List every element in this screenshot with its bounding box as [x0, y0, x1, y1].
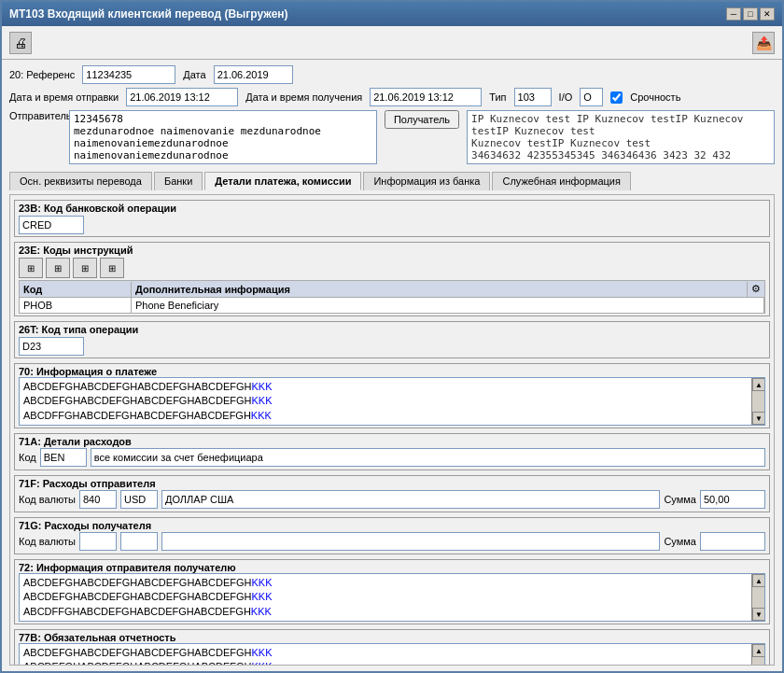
instr-icon-2[interactable]: ⊞ [46, 258, 70, 278]
71a-description: все комиссии за счет бенефициара [91, 448, 765, 467]
type-label: Тип [489, 91, 506, 103]
71g-currency-full [161, 532, 660, 551]
receiver-button[interactable]: Получатель [385, 110, 459, 129]
tab-banks[interactable]: Банки [154, 172, 203, 190]
71f-amount[interactable]: 50,00 [700, 490, 765, 509]
tabs-bar: Осн. реквизиты перевода Банки Детали пла… [9, 172, 775, 190]
section-71f: 71F: Расходы отправителя Код валюты 840 … [14, 475, 770, 512]
section-70: 70: Информация о платеже ABCDEFGHABCDEFG… [14, 363, 770, 428]
71g-amount[interactable] [700, 532, 765, 551]
section-23e-title: 23E: Коды инструкций [19, 245, 765, 256]
section-70-title: 70: Информация о платеже [19, 366, 765, 377]
title-bar: МТ103 Входящий клиентский перевод (Выгру… [2, 2, 782, 26]
scroll-bar-77b: ▲ ▼ [751, 644, 764, 666]
col-info: Дополнительная информация [132, 282, 748, 297]
tab-service[interactable]: Служебная информация [492, 172, 630, 190]
72-line2: ABCDEFGHABCDEFGHABCDEFGHABCDEFGHKKK [23, 590, 749, 604]
tab-details[interactable]: Детали платежа, комиссии [204, 172, 361, 190]
ref-input[interactable] [82, 65, 175, 84]
section-72: 72: Информация отправителя получателю AB… [14, 559, 770, 624]
instr-icon-1[interactable]: ⊞ [19, 258, 43, 278]
ref-date-row: 20: Референс Дата [9, 65, 775, 84]
77b-line1: ABCDEFGHABCDEFGHABCDEFGHABCDEFGHKKK [23, 646, 749, 660]
send-datetime-label: Дата и время отправки [9, 91, 119, 103]
scroll-bar-70: ▲ ▼ [751, 378, 764, 425]
71f-currency-code[interactable]: 840 [79, 490, 117, 509]
io-input[interactable] [580, 88, 603, 106]
71g-currency-label: Код валюты [19, 536, 76, 547]
scroll-up-77b[interactable]: ▲ [752, 644, 765, 657]
window-title: МТ103 Входящий клиентский перевод (Выгру… [9, 7, 288, 21]
section-70-textbox[interactable]: ABCDEFGHABCDEFGHABCDEFGHABCDEFGHKKK ABCD… [19, 377, 765, 426]
send-datetime-input[interactable] [126, 88, 238, 106]
71f-currency-name[interactable]: USD [120, 490, 158, 509]
print-icon[interactable]: 🖨 [9, 32, 32, 54]
71g-amount-label: Сумма [664, 536, 696, 547]
table-settings-icon[interactable]: ⚙ [748, 281, 764, 297]
table-row: PHOB Phone Beneficiary [19, 297, 765, 314]
line3: ABCDFFGHABCDEFGHABCDEFGHABCDEFGHKKK [23, 409, 749, 423]
section-72-content: ABCDEFGHABCDEFGHABCDEFGHABCDEFGHKKK ABCD… [20, 574, 764, 621]
section-26t-title: 26T: Код типа операции [19, 324, 765, 335]
71g-currency-name[interactable] [120, 532, 158, 551]
scroll-up-72[interactable]: ▲ [752, 574, 765, 587]
71g-fields: Код валюты Сумма [19, 532, 765, 551]
instructions-table: Код Дополнительная информация ⚙ PHOB Pho… [19, 280, 765, 314]
table-header: Код Дополнительная информация ⚙ [19, 280, 765, 297]
urgent-checkbox[interactable] [610, 91, 623, 104]
section-77b-textbox[interactable]: ABCDEFGHABCDEFGHABCDEFGHABCDEFGHKKK ABCD… [19, 643, 765, 666]
tab-bankinfo[interactable]: Информация из банка [363, 172, 490, 190]
tab-osnov[interactable]: Осн. реквизиты перевода [9, 172, 152, 190]
71a-code-label: Код [19, 452, 36, 463]
section-72-title: 72: Информация отправителя получателю [19, 562, 765, 573]
section-71g-title: 71G: Расходы получателя [19, 520, 765, 531]
scroll-up-70[interactable]: ▲ [752, 378, 765, 391]
72-line3: ABCDFFGHABCDEFGHABCDEFGHABCDEFGHKKK [23, 605, 749, 619]
section-70-content: ABCDEFGHABCDEFGHABCDEFGHABCDEFGHKKK ABCD… [20, 378, 764, 425]
date-input[interactable] [214, 65, 293, 84]
sender-textarea[interactable]: 12345678 mezdunarodnoe naimenovanie mezd… [69, 110, 377, 164]
minimize-button[interactable]: ─ [726, 7, 741, 21]
scroll-down-70[interactable]: ▼ [752, 412, 765, 425]
datetime-row: Дата и время отправки Дата и время получ… [9, 88, 775, 106]
section-23b: 23B: Код банковской операции CRED [14, 200, 770, 237]
71f-currency-label: Код валюты [19, 494, 76, 505]
section-77b-title: 77B: Обязательная отчетность [19, 632, 765, 643]
section-72-textbox[interactable]: ABCDEFGHABCDEFGHABCDEFGHABCDEFGHKKK ABCD… [19, 573, 765, 622]
scroll-bar-72: ▲ ▼ [751, 574, 764, 621]
instruction-icons: ⊞ ⊞ ⊞ ⊞ [19, 256, 765, 280]
section-71a: 71А: Детали расходов Код BEN все комисси… [14, 433, 770, 470]
type-input[interactable] [514, 88, 552, 106]
section-71a-title: 71А: Детали расходов [19, 436, 765, 447]
72-line1: ABCDEFGHABCDEFGHABCDEFGHABCDEFGHKKK [23, 576, 749, 590]
section-23e: 23E: Коды инструкций ⊞ ⊞ ⊞ ⊞ Код Дополни… [14, 242, 770, 316]
io-label: I/O [559, 91, 573, 103]
instr-icon-3[interactable]: ⊞ [73, 258, 97, 278]
26t-value[interactable]: D23 [19, 337, 84, 356]
71f-amount-label: Сумма [664, 494, 696, 505]
scroll-down-72[interactable]: ▼ [752, 608, 765, 621]
recv-datetime-input[interactable] [370, 88, 482, 106]
71g-currency-code[interactable] [79, 532, 117, 551]
instr-icon-4[interactable]: ⊞ [100, 258, 124, 278]
71a-code[interactable]: BEN [40, 448, 87, 467]
date-label: Дата [183, 69, 205, 80]
toolbar: 🖨 📤 [2, 26, 782, 60]
section-26t: 26T: Код типа операции D23 [14, 321, 770, 358]
section-71g: 71G: Расходы получателя Код валюты Сумма [14, 517, 770, 554]
section-77b: 77B: Обязательная отчетность ABCDEFGHABC… [14, 629, 770, 666]
sender-label: Отправитель [9, 110, 65, 121]
content-area: 20: Референс Дата Дата и время отправки … [2, 60, 782, 671]
line1: ABCDEFGHABCDEFGHABCDEFGHABCDEFGHKKK [23, 380, 749, 394]
maximize-button[interactable]: □ [743, 7, 758, 21]
section-71f-title: 71F: Расходы отправителя [19, 478, 765, 489]
cred-value[interactable]: CRED [19, 216, 84, 234]
receiver-textarea[interactable]: IP Kuznecov test IP Kuznecov testIP Kuzn… [467, 110, 775, 164]
cell-code: PHOB [20, 298, 132, 313]
urgent-label: Срочность [630, 91, 680, 103]
cell-info: Phone Beneficiary [132, 298, 764, 313]
close-button[interactable]: ✕ [760, 7, 775, 21]
export-icon[interactable]: 📤 [752, 32, 775, 54]
77b-line2: ABCDEFGHABCDEFGHABCDEFGHABCDEFGHKKK [23, 660, 749, 666]
sender-receiver-row: Отправитель 12345678 mezdunarodnoe naime… [9, 110, 775, 166]
